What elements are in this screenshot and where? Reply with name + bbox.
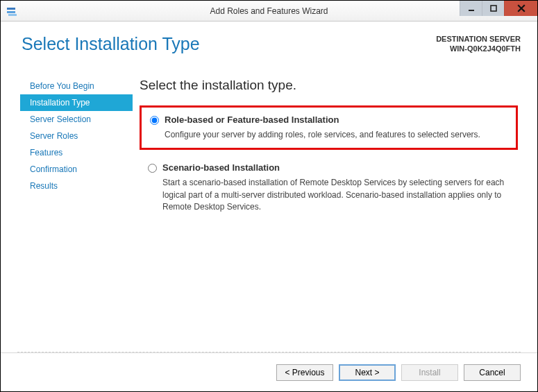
step-server-roles[interactable]: Server Roles (20, 128, 133, 144)
step-features[interactable]: Features (20, 144, 133, 161)
radio-scenario-based[interactable] (148, 164, 157, 173)
cancel-button[interactable]: Cancel (464, 364, 521, 381)
app-icon (6, 6, 17, 17)
step-results[interactable]: Results (20, 178, 133, 194)
destination-name: WIN-Q0K2J4Q0FTH (436, 44, 521, 53)
page-title: Select Installation Type (22, 34, 200, 54)
option-scenario-based[interactable]: Scenario-based Installation Start a scen… (140, 155, 518, 220)
destination-server-block: DESTINATION SERVER WIN-Q0K2J4Q0FTH (436, 34, 521, 54)
step-installation-type[interactable]: Installation Type (20, 94, 133, 111)
wizard-footer: < Previous Next > Install Cancel (1, 352, 537, 391)
minimize-button[interactable] (460, 1, 482, 16)
option-title: Scenario-based Installation (162, 162, 280, 173)
svg-rect-0 (7, 8, 15, 10)
wizard-content: Select Installation Type DESTINATION SER… (1, 22, 537, 391)
svg-rect-3 (469, 10, 474, 11)
previous-button[interactable]: < Previous (276, 364, 333, 381)
svg-rect-1 (7, 11, 15, 13)
window-controls (460, 1, 537, 16)
option-description: Start a scenario-based installation of R… (162, 177, 510, 213)
option-role-based[interactable]: Role-based or Feature-based Installation… (140, 105, 518, 150)
option-title: Role-based or Feature-based Installation (165, 114, 339, 125)
option-description: Configure your server by adding roles, r… (165, 129, 507, 141)
maximize-button[interactable] (482, 1, 504, 16)
svg-rect-4 (491, 6, 496, 11)
next-button[interactable]: Next > (339, 364, 396, 381)
step-server-selection[interactable]: Server Selection (20, 111, 133, 128)
install-button[interactable]: Install (401, 364, 458, 381)
installation-type-panel: Select the installation type. Role-based… (133, 78, 537, 327)
radio-role-based[interactable] (150, 116, 159, 125)
destination-label: DESTINATION SERVER (436, 34, 521, 44)
svg-rect-2 (8, 14, 17, 16)
titlebar: Add Roles and Features Wizard (1, 1, 537, 22)
window-title: Add Roles and Features Wizard (1, 6, 537, 16)
step-before-you-begin[interactable]: Before You Begin (20, 78, 133, 94)
step-confirmation[interactable]: Confirmation (20, 161, 133, 178)
close-button[interactable] (504, 1, 537, 16)
panel-heading: Select the installation type. (140, 78, 518, 93)
wizard-steps-sidebar: Before You Begin Installation Type Serve… (1, 78, 133, 327)
